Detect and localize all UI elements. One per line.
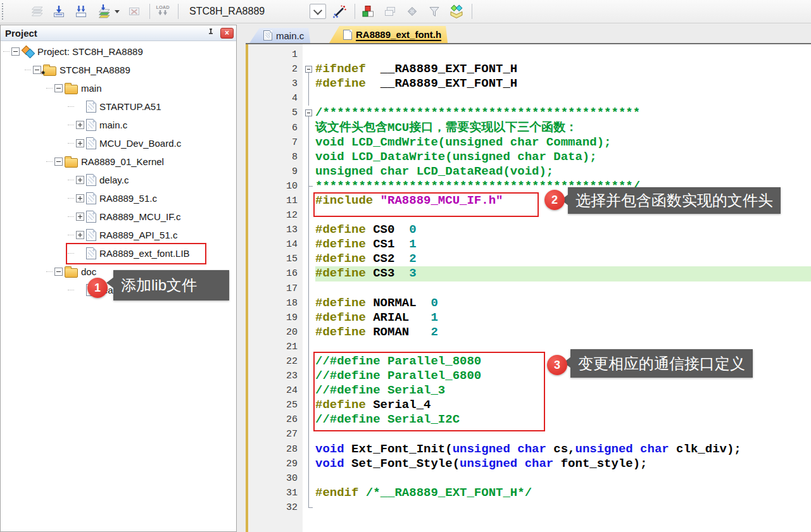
fold-margin: [303, 427, 315, 442]
tree-item-delay-c[interactable]: delay.c: [1, 171, 236, 189]
stop-build-button[interactable]: [126, 3, 142, 20]
tree-item-stc8h-ra8889[interactable]: *STC8H_RA8889: [1, 61, 236, 79]
line-number: 23: [248, 371, 303, 381]
tree-item-mcu-dev-board-c[interactable]: MCU_Dev_Board.c: [1, 134, 236, 152]
expand-toggle[interactable]: [76, 176, 84, 184]
code-line[interactable]: 16#define CS3 3: [248, 266, 811, 281]
expand-toggle[interactable]: [76, 213, 84, 221]
code-line[interactable]: 5/**************************************…: [248, 106, 811, 120]
code-line[interactable]: 14#define CS1 1: [248, 237, 811, 252]
tree-item-label: RA8889_MCU_IF.c: [98, 211, 180, 222]
code-line[interactable]: 2#ifndef __RA8889_EXT_FONT_H: [248, 62, 811, 77]
toolbar-grip[interactable]: [2, 3, 6, 20]
code-text: #define Serial_4: [315, 398, 811, 412]
file-filter-button[interactable]: [426, 3, 443, 20]
expand-toggle[interactable]: [76, 139, 84, 147]
project-panel-title: Project: [5, 28, 205, 39]
code-line[interactable]: 18#define NORMAL 0: [248, 296, 811, 311]
code-text: #define ARIAL 1: [315, 311, 811, 325]
tab-main-c[interactable]: main.c: [249, 28, 310, 43]
code-line[interactable]: 20#define ROMAN 2: [248, 325, 811, 340]
code-line[interactable]: 25#define Serial_4: [248, 398, 811, 412]
expand-toggle[interactable]: [54, 268, 63, 276]
code-line[interactable]: 26//#define Serial_I2C: [248, 412, 811, 427]
line-number: 24: [248, 385, 303, 396]
translate-button[interactable]: [28, 3, 45, 20]
line-number: 10: [248, 181, 303, 192]
tree-item-startup-a51[interactable]: STARTUP.A51: [1, 97, 236, 116]
tree-item-ra8889-mcu-if-c[interactable]: RA8889_MCU_IF.c: [1, 207, 236, 226]
code-line[interactable]: 6该文件头包含MCU接口，需要实现以下三个函数：: [248, 120, 811, 135]
fold-margin: [303, 398, 315, 412]
target-folder-icon: *: [43, 66, 56, 76]
target-select[interactable]: STC8H_RA8889: [189, 6, 307, 17]
batch-build-button[interactable]: [95, 3, 111, 20]
expand-toggle[interactable]: [54, 84, 63, 92]
code-line[interactable]: 1: [248, 47, 811, 62]
tree-item-ra8889-01-kernel[interactable]: RA8889_01_Kernel: [1, 152, 236, 171]
code-line[interactable]: 8void LCD_DataWrite(unsigned char Data);: [248, 150, 811, 164]
code-line[interactable]: 3#define __RA8889_EXT_FONT_H: [248, 77, 811, 91]
expand-toggle[interactable]: [76, 194, 84, 202]
code-line[interactable]: 17: [248, 281, 811, 296]
code-line[interactable]: 32: [248, 500, 811, 515]
tree-item-ra8889-api-51-c[interactable]: RA8889_API_51.c: [1, 226, 236, 244]
close-panel-button[interactable]: ×: [220, 28, 234, 39]
flash-diamond-button[interactable]: [404, 3, 420, 20]
options-for-target-button[interactable]: [331, 3, 348, 20]
code-line[interactable]: 28void Ext_Font_Init(unsigned char cs,un…: [248, 442, 811, 457]
fold-margin: [303, 179, 315, 194]
code-line[interactable]: 9unsigned char LCD_DataRead(void);: [248, 164, 811, 179]
keil-uvision-window: LOADSTC8H_RA8889 Project × Project: STC8…: [0, 0, 811, 532]
fold-toggle[interactable]: [303, 106, 315, 120]
tree-item-main[interactable]: main: [1, 79, 236, 97]
tree-item-ra8889-51-c[interactable]: RA8889_51.c: [1, 189, 236, 207]
code-line[interactable]: 7void LCD_CmdWrite(unsigned char Command…: [248, 135, 811, 150]
code-line[interactable]: 27: [248, 427, 811, 442]
code-text: [315, 91, 811, 106]
tree-connector: [68, 198, 74, 199]
expand-toggle[interactable]: [54, 158, 63, 166]
code-editor[interactable]: 12#ifndef __RA8889_EXT_FONT_H3#define __…: [246, 44, 811, 532]
tree-item-ra8889-ext-font-lib[interactable]: RA8889_ext_font.LIB: [1, 244, 236, 263]
expand-toggle[interactable]: [11, 47, 20, 56]
folder-icon: [65, 85, 78, 94]
code-line[interactable]: 29void Set_Font_Style(unsigned char font…: [248, 457, 811, 471]
code-text: 该文件头包含MCU接口，需要实现以下三个函数：: [315, 120, 811, 135]
code-text: [315, 47, 811, 62]
tree-item-project-stc8h-ra8889[interactable]: Project: STC8H_RA8889: [1, 42, 236, 61]
code-text: void Ext_Font_Init(unsigned char cs,unsi…: [315, 442, 811, 457]
code-line[interactable]: 24//#define Serial_3: [248, 383, 811, 398]
gear-mark-icon: *: [41, 68, 45, 79]
code-line[interactable]: 13#define CS0 0: [248, 223, 811, 237]
code-line[interactable]: 4: [248, 91, 811, 106]
rebuild-button[interactable]: [73, 3, 89, 20]
code-line[interactable]: 19#define ARIAL 1: [248, 311, 811, 325]
expand-toggle[interactable]: [76, 231, 84, 239]
fold-toggle[interactable]: [303, 62, 315, 77]
fold-margin: [303, 325, 315, 340]
file-icon: [86, 229, 96, 241]
manage-project-items-button[interactable]: [360, 3, 376, 20]
build-button[interactable]: [51, 3, 67, 20]
tab-ra8889-ext-font-h[interactable]: RA8889_ext_font.h: [329, 26, 448, 43]
copy-windows-icon: [383, 4, 397, 18]
expand-toggle[interactable]: [76, 121, 84, 129]
fold-margin: [303, 457, 315, 471]
tree-item-main-c[interactable]: main.c: [1, 116, 236, 134]
manage-rte-button[interactable]: [448, 3, 465, 20]
line-number: 5: [248, 108, 303, 118]
expand-toggle[interactable]: [33, 66, 41, 74]
batch-build-caret-icon[interactable]: [115, 10, 120, 13]
code-line[interactable]: 31#endif /*__RA8889_EXT_FONT_H*/: [248, 486, 811, 500]
line-number: 22: [248, 356, 303, 367]
download-button[interactable]: LOAD: [154, 3, 171, 20]
colored-blocks-icon: [361, 4, 375, 18]
code-text: void Set_Font_Style(unsigned char font_s…: [315, 457, 811, 471]
pin-button[interactable]: [205, 27, 217, 39]
fold-margin: [303, 237, 315, 252]
code-line[interactable]: 15#define CS2 2: [248, 252, 811, 266]
multi-window-button[interactable]: [382, 3, 398, 20]
code-line[interactable]: 30: [248, 471, 811, 486]
target-dropdown-button[interactable]: [310, 4, 326, 19]
